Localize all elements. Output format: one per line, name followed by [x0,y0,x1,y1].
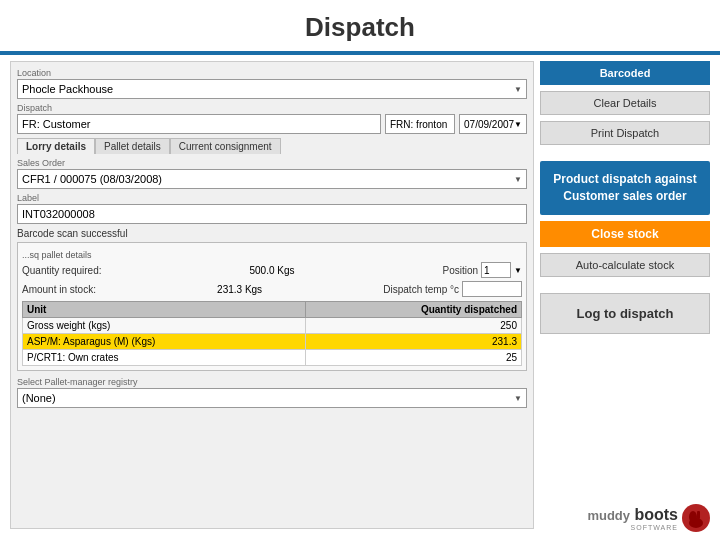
right-panel: Barcoded Clear Details Print Dispatch Pr… [540,61,710,529]
location-value: Phocle Packhouse [22,83,113,95]
sales-order-label: Sales Order [17,158,527,168]
svg-point-1 [689,511,697,523]
table-row: P/CRT1: Own crates 25 [23,350,522,366]
dispatch-ref-value: FRN: fronton [390,119,447,130]
dispatch-temp-input[interactable] [462,281,522,297]
dispatch-date-input[interactable]: 07/09/2007 ▼ [459,114,527,134]
print-dispatch-button[interactable]: Print Dispatch [540,121,710,145]
tab-current-consignment[interactable]: Current consignment [170,138,281,154]
sales-order-value: CFR1 / 000075 (08/03/2008) [22,173,162,185]
bottom-select-input[interactable]: (None) ▼ [17,388,527,408]
dispatch-label: Dispatch [17,103,527,113]
page-title: Dispatch [0,0,720,51]
label-value: INT032000008 [22,208,95,220]
position-field: Position ▼ [442,262,522,278]
log-dispatch-button[interactable]: Log to dispatch [540,293,710,334]
col-unit-header: Unit [23,302,306,318]
position-label: Position [442,265,478,276]
bottom-select-arrow-icon: ▼ [514,394,522,403]
location-arrow-icon: ▼ [514,85,522,94]
amount-in-stock-label: Amount in stock: [22,284,96,295]
dispatch-table: Unit Quantity dispatched Gross weight (k… [22,301,522,366]
label-group: Label INT032000008 [17,193,527,224]
dispatch-group: Dispatch FR: Customer FRN: fronton 07/09… [17,103,527,134]
sales-order-group: Sales Order CFR1 / 000075 (08/03/2008) ▼ [17,158,527,189]
bottom-select-group: Select Pallet-manager registry (None) ▼ [17,377,527,408]
barcoded-button[interactable]: Barcoded [540,61,710,85]
row-unit-2: P/CRT1: Own crates [23,350,306,366]
row-quantity-0: 250 [305,318,521,334]
clear-details-button[interactable]: Clear Details [540,91,710,115]
row-quantity-1: 231.3 [305,334,521,350]
quantity-required-value: 500.0 Kgs [249,265,294,276]
dispatch-date-arrow-icon: ▼ [514,120,522,129]
svg-rect-2 [697,511,700,519]
row-unit-0: Gross weight (kgs) [23,318,306,334]
amount-in-stock-value: 231.3 Kgs [217,284,262,295]
pallet-section-label: ...sq pallet details [22,250,522,260]
label-label: Label [17,193,527,203]
logo-software-text: SOFTWARE [587,524,678,531]
dispatch-value: FR: Customer [22,118,90,130]
dispatch-temp-label: Dispatch temp °c [383,284,459,295]
logo-area: muddy boots SOFTWARE [587,504,710,532]
dispatch-ref-input[interactable]: FRN: fronton [385,114,455,134]
amount-in-stock-row: Amount in stock: 231.3 Kgs Dispatch temp… [22,281,522,297]
col-quantity-header: Quantity dispatched [305,302,521,318]
close-stock-button[interactable]: Close stock [540,221,710,247]
tab-pallet-details[interactable]: Pallet details [95,138,170,154]
logo-icon [682,504,710,532]
sales-order-arrow-icon: ▼ [514,175,522,184]
tabs-row: Lorry details Pallet details Current con… [17,138,527,154]
location-label: Location [17,68,527,78]
dispatch-input[interactable]: FR: Customer [17,114,381,134]
barcode-message: Barcode scan successful [17,228,527,239]
dispatch-temp-field: Dispatch temp °c [383,281,522,297]
table-row: Gross weight (kgs) 250 [23,318,522,334]
location-input[interactable]: Phocle Packhouse ▼ [17,79,527,99]
position-input[interactable] [481,262,511,278]
logo-boots-text: boots [634,506,678,523]
main-container: Location Phocle Packhouse ▼ Dispatch FR:… [0,55,720,535]
quantity-required-row: Quantity required: 500.0 Kgs Position ▼ [22,262,522,278]
bottom-select-label: Select Pallet-manager registry [17,377,527,387]
quantity-required-label: Quantity required: [22,265,102,276]
bottom-select-value: (None) [22,392,56,404]
table-row: ASP/M: Asparagus (M) (Kgs) 231.3 [23,334,522,350]
info-box: Product dispatch against Customer sales … [540,161,710,215]
row-quantity-2: 25 [305,350,521,366]
dispatch-date-value: 07/09/2007 [464,119,514,130]
pallet-section: ...sq pallet details Quantity required: … [17,242,527,371]
row-unit-1: ASP/M: Asparagus (M) (Kgs) [23,334,306,350]
label-input[interactable]: INT032000008 [17,204,527,224]
logo-muddy-text: muddy [587,508,630,523]
sales-order-input[interactable]: CFR1 / 000075 (08/03/2008) ▼ [17,169,527,189]
auto-calculate-button[interactable]: Auto-calculate stock [540,253,710,277]
location-group: Location Phocle Packhouse ▼ [17,68,527,99]
position-arrow-icon: ▼ [514,266,522,275]
left-panel: Location Phocle Packhouse ▼ Dispatch FR:… [10,61,534,529]
tab-lorry-details[interactable]: Lorry details [17,138,95,154]
